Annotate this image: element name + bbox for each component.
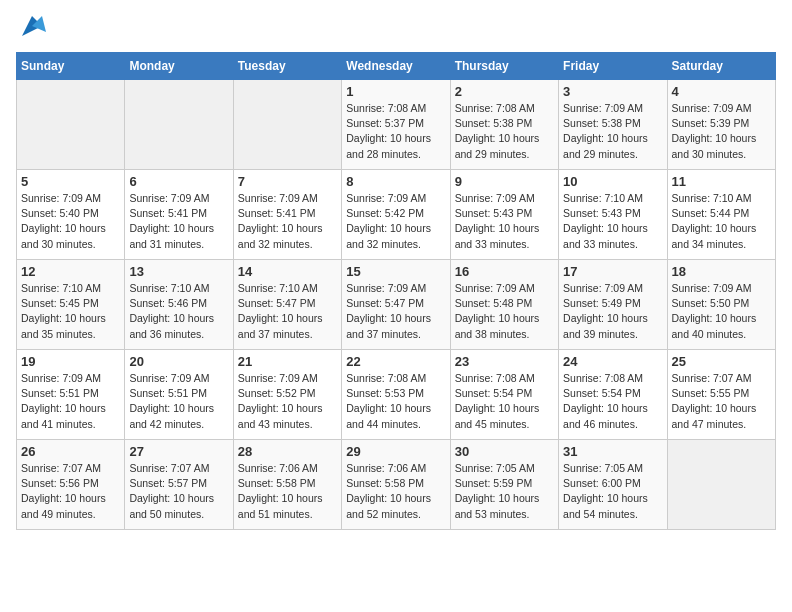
day-info: Sunrise: 7:10 AMSunset: 5:46 PMDaylight:… bbox=[129, 281, 228, 342]
day-number: 6 bbox=[129, 174, 228, 189]
day-info: Sunrise: 7:09 AMSunset: 5:52 PMDaylight:… bbox=[238, 371, 337, 432]
day-number: 25 bbox=[672, 354, 771, 369]
day-number: 4 bbox=[672, 84, 771, 99]
weekday-header: Monday bbox=[125, 53, 233, 80]
day-info: Sunrise: 7:09 AMSunset: 5:51 PMDaylight:… bbox=[129, 371, 228, 432]
day-info: Sunrise: 7:09 AMSunset: 5:41 PMDaylight:… bbox=[238, 191, 337, 252]
day-info: Sunrise: 7:08 AMSunset: 5:37 PMDaylight:… bbox=[346, 101, 445, 162]
calendar-week-row: 12Sunrise: 7:10 AMSunset: 5:45 PMDayligh… bbox=[17, 260, 776, 350]
weekday-header: Friday bbox=[559, 53, 667, 80]
calendar-week-row: 19Sunrise: 7:09 AMSunset: 5:51 PMDayligh… bbox=[17, 350, 776, 440]
calendar-cell: 30Sunrise: 7:05 AMSunset: 5:59 PMDayligh… bbox=[450, 440, 558, 530]
day-number: 22 bbox=[346, 354, 445, 369]
day-info: Sunrise: 7:09 AMSunset: 5:50 PMDaylight:… bbox=[672, 281, 771, 342]
day-number: 27 bbox=[129, 444, 228, 459]
day-number: 28 bbox=[238, 444, 337, 459]
calendar-cell: 29Sunrise: 7:06 AMSunset: 5:58 PMDayligh… bbox=[342, 440, 450, 530]
day-info: Sunrise: 7:08 AMSunset: 5:53 PMDaylight:… bbox=[346, 371, 445, 432]
day-number: 12 bbox=[21, 264, 120, 279]
day-info: Sunrise: 7:07 AMSunset: 5:55 PMDaylight:… bbox=[672, 371, 771, 432]
calendar-cell: 3Sunrise: 7:09 AMSunset: 5:38 PMDaylight… bbox=[559, 80, 667, 170]
day-number: 8 bbox=[346, 174, 445, 189]
day-info: Sunrise: 7:05 AMSunset: 5:59 PMDaylight:… bbox=[455, 461, 554, 522]
day-info: Sunrise: 7:09 AMSunset: 5:38 PMDaylight:… bbox=[563, 101, 662, 162]
calendar-cell: 16Sunrise: 7:09 AMSunset: 5:48 PMDayligh… bbox=[450, 260, 558, 350]
calendar-cell: 24Sunrise: 7:08 AMSunset: 5:54 PMDayligh… bbox=[559, 350, 667, 440]
day-number: 17 bbox=[563, 264, 662, 279]
calendar-header-row: SundayMondayTuesdayWednesdayThursdayFrid… bbox=[17, 53, 776, 80]
page-header bbox=[16, 16, 776, 40]
day-info: Sunrise: 7:08 AMSunset: 5:54 PMDaylight:… bbox=[563, 371, 662, 432]
day-info: Sunrise: 7:09 AMSunset: 5:40 PMDaylight:… bbox=[21, 191, 120, 252]
day-info: Sunrise: 7:07 AMSunset: 5:57 PMDaylight:… bbox=[129, 461, 228, 522]
day-number: 20 bbox=[129, 354, 228, 369]
day-number: 1 bbox=[346, 84, 445, 99]
day-number: 9 bbox=[455, 174, 554, 189]
day-number: 14 bbox=[238, 264, 337, 279]
calendar-cell: 17Sunrise: 7:09 AMSunset: 5:49 PMDayligh… bbox=[559, 260, 667, 350]
calendar-cell: 4Sunrise: 7:09 AMSunset: 5:39 PMDaylight… bbox=[667, 80, 775, 170]
calendar-cell: 25Sunrise: 7:07 AMSunset: 5:55 PMDayligh… bbox=[667, 350, 775, 440]
calendar-cell: 8Sunrise: 7:09 AMSunset: 5:42 PMDaylight… bbox=[342, 170, 450, 260]
day-info: Sunrise: 7:09 AMSunset: 5:49 PMDaylight:… bbox=[563, 281, 662, 342]
day-info: Sunrise: 7:09 AMSunset: 5:48 PMDaylight:… bbox=[455, 281, 554, 342]
calendar-week-row: 5Sunrise: 7:09 AMSunset: 5:40 PMDaylight… bbox=[17, 170, 776, 260]
calendar-cell bbox=[17, 80, 125, 170]
day-number: 29 bbox=[346, 444, 445, 459]
calendar-cell: 2Sunrise: 7:08 AMSunset: 5:38 PMDaylight… bbox=[450, 80, 558, 170]
day-number: 30 bbox=[455, 444, 554, 459]
calendar-cell: 27Sunrise: 7:07 AMSunset: 5:57 PMDayligh… bbox=[125, 440, 233, 530]
calendar-cell: 22Sunrise: 7:08 AMSunset: 5:53 PMDayligh… bbox=[342, 350, 450, 440]
day-info: Sunrise: 7:08 AMSunset: 5:54 PMDaylight:… bbox=[455, 371, 554, 432]
day-info: Sunrise: 7:09 AMSunset: 5:47 PMDaylight:… bbox=[346, 281, 445, 342]
day-number: 31 bbox=[563, 444, 662, 459]
calendar-cell: 20Sunrise: 7:09 AMSunset: 5:51 PMDayligh… bbox=[125, 350, 233, 440]
day-info: Sunrise: 7:05 AMSunset: 6:00 PMDaylight:… bbox=[563, 461, 662, 522]
day-info: Sunrise: 7:09 AMSunset: 5:41 PMDaylight:… bbox=[129, 191, 228, 252]
calendar-cell: 14Sunrise: 7:10 AMSunset: 5:47 PMDayligh… bbox=[233, 260, 341, 350]
calendar-cell: 1Sunrise: 7:08 AMSunset: 5:37 PMDaylight… bbox=[342, 80, 450, 170]
calendar-cell: 18Sunrise: 7:09 AMSunset: 5:50 PMDayligh… bbox=[667, 260, 775, 350]
weekday-header: Saturday bbox=[667, 53, 775, 80]
logo-icon bbox=[18, 12, 46, 40]
calendar-cell: 19Sunrise: 7:09 AMSunset: 5:51 PMDayligh… bbox=[17, 350, 125, 440]
calendar-cell: 23Sunrise: 7:08 AMSunset: 5:54 PMDayligh… bbox=[450, 350, 558, 440]
day-info: Sunrise: 7:06 AMSunset: 5:58 PMDaylight:… bbox=[346, 461, 445, 522]
day-info: Sunrise: 7:09 AMSunset: 5:51 PMDaylight:… bbox=[21, 371, 120, 432]
day-info: Sunrise: 7:10 AMSunset: 5:43 PMDaylight:… bbox=[563, 191, 662, 252]
calendar-cell: 7Sunrise: 7:09 AMSunset: 5:41 PMDaylight… bbox=[233, 170, 341, 260]
day-number: 21 bbox=[238, 354, 337, 369]
calendar-cell: 15Sunrise: 7:09 AMSunset: 5:47 PMDayligh… bbox=[342, 260, 450, 350]
day-info: Sunrise: 7:09 AMSunset: 5:42 PMDaylight:… bbox=[346, 191, 445, 252]
day-number: 24 bbox=[563, 354, 662, 369]
day-info: Sunrise: 7:10 AMSunset: 5:44 PMDaylight:… bbox=[672, 191, 771, 252]
calendar-cell bbox=[667, 440, 775, 530]
day-number: 2 bbox=[455, 84, 554, 99]
day-info: Sunrise: 7:09 AMSunset: 5:43 PMDaylight:… bbox=[455, 191, 554, 252]
day-number: 5 bbox=[21, 174, 120, 189]
weekday-header: Sunday bbox=[17, 53, 125, 80]
calendar-cell: 10Sunrise: 7:10 AMSunset: 5:43 PMDayligh… bbox=[559, 170, 667, 260]
calendar-cell bbox=[233, 80, 341, 170]
calendar-cell: 26Sunrise: 7:07 AMSunset: 5:56 PMDayligh… bbox=[17, 440, 125, 530]
day-number: 16 bbox=[455, 264, 554, 279]
weekday-header: Thursday bbox=[450, 53, 558, 80]
calendar-cell: 13Sunrise: 7:10 AMSunset: 5:46 PMDayligh… bbox=[125, 260, 233, 350]
calendar-cell: 5Sunrise: 7:09 AMSunset: 5:40 PMDaylight… bbox=[17, 170, 125, 260]
calendar-cell: 31Sunrise: 7:05 AMSunset: 6:00 PMDayligh… bbox=[559, 440, 667, 530]
day-number: 10 bbox=[563, 174, 662, 189]
day-info: Sunrise: 7:09 AMSunset: 5:39 PMDaylight:… bbox=[672, 101, 771, 162]
day-info: Sunrise: 7:10 AMSunset: 5:47 PMDaylight:… bbox=[238, 281, 337, 342]
day-number: 3 bbox=[563, 84, 662, 99]
calendar-cell: 12Sunrise: 7:10 AMSunset: 5:45 PMDayligh… bbox=[17, 260, 125, 350]
day-number: 18 bbox=[672, 264, 771, 279]
calendar-cell: 9Sunrise: 7:09 AMSunset: 5:43 PMDaylight… bbox=[450, 170, 558, 260]
day-number: 26 bbox=[21, 444, 120, 459]
calendar-week-row: 1Sunrise: 7:08 AMSunset: 5:37 PMDaylight… bbox=[17, 80, 776, 170]
day-info: Sunrise: 7:08 AMSunset: 5:38 PMDaylight:… bbox=[455, 101, 554, 162]
logo bbox=[16, 16, 46, 40]
calendar-cell: 21Sunrise: 7:09 AMSunset: 5:52 PMDayligh… bbox=[233, 350, 341, 440]
day-number: 11 bbox=[672, 174, 771, 189]
day-info: Sunrise: 7:10 AMSunset: 5:45 PMDaylight:… bbox=[21, 281, 120, 342]
calendar-cell bbox=[125, 80, 233, 170]
